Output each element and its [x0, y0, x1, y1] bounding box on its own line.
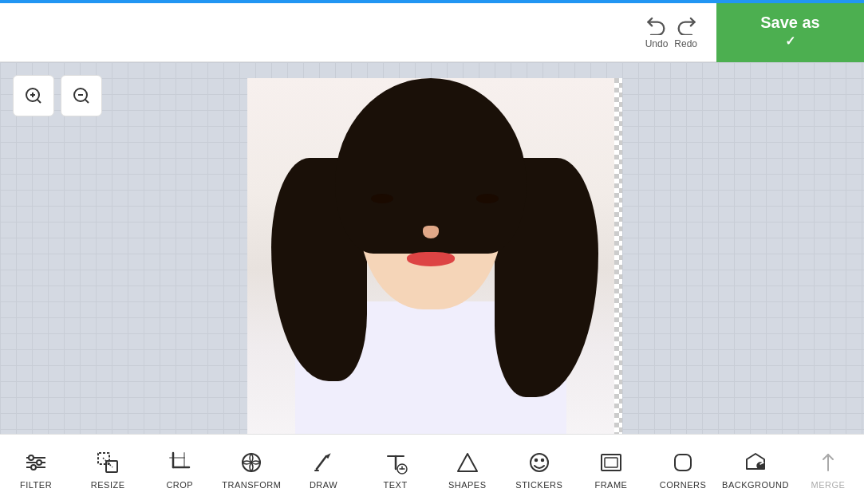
svg-line-1 [37, 100, 41, 103]
crop-label: CROP [166, 480, 193, 490]
main-canvas-area [0, 62, 864, 434]
undo-button[interactable]: Undo [645, 13, 669, 49]
corners-label: CORNERS [660, 480, 707, 490]
svg-line-5 [85, 100, 89, 103]
eye-left [371, 194, 393, 203]
crop-tool[interactable]: CROP [144, 435, 215, 504]
svg-rect-33 [675, 455, 691, 471]
nose [423, 226, 439, 238]
transform-tool[interactable]: TRANSFORM [215, 435, 287, 504]
save-as-chevron-icon: ✓ [785, 33, 795, 49]
text-tool[interactable]: TEXT [360, 435, 432, 504]
zoom-controls [13, 75, 102, 116]
corners-tool[interactable]: CORNERS [647, 435, 719, 504]
shapes-label: SHAPES [448, 480, 487, 490]
redo-button[interactable]: Redo [674, 13, 697, 49]
undo-redo-group: Undo Redo [626, 13, 716, 49]
filter-label: FILTER [20, 480, 52, 490]
progress-bar [0, 0, 864, 3]
canvas-container [247, 78, 622, 434]
save-as-button[interactable]: Save as ✓ [716, 0, 864, 62]
zoom-out-button[interactable] [61, 75, 102, 116]
svg-rect-32 [605, 458, 617, 467]
background-label: BACKGROUND [722, 480, 789, 490]
photo-container[interactable] [247, 78, 614, 434]
redo-label: Redo [674, 38, 697, 49]
resize-label: RESIZE [91, 480, 125, 490]
svg-point-11 [37, 460, 41, 465]
zoom-in-button[interactable] [13, 75, 54, 116]
text-label: TEXT [384, 480, 408, 490]
draw-tool[interactable]: DRAW [287, 435, 359, 504]
svg-point-10 [29, 455, 34, 460]
transform-label: TRANSFORM [222, 480, 281, 490]
merge-label: MERGE [811, 480, 846, 490]
save-as-label: Save as [760, 14, 820, 32]
svg-marker-27 [458, 454, 477, 471]
filter-tool[interactable]: FILTER [0, 435, 72, 504]
svg-point-12 [31, 465, 36, 470]
top-bar: Undo Redo Save as ✓ [0, 0, 864, 62]
draw-label: DRAW [310, 480, 337, 490]
photo-image [247, 78, 614, 434]
frame-tool[interactable]: FRAME [575, 435, 647, 504]
bottom-toolbar: FILTER RESIZE CROP TRANSFORM [0, 434, 864, 504]
shapes-tool[interactable]: SHAPES [432, 435, 503, 504]
frame-label: FRAME [594, 480, 627, 490]
lips [407, 252, 455, 266]
svg-marker-22 [326, 455, 329, 458]
undo-label: Undo [645, 38, 669, 49]
resize-tool[interactable]: RESIZE [72, 435, 144, 504]
stickers-label: STICKERS [515, 480, 562, 490]
background-tool[interactable]: BACKGROUND [719, 435, 792, 504]
eye-right [476, 194, 499, 203]
svg-point-29 [535, 459, 537, 461]
stickers-tool[interactable]: STICKERS [503, 435, 575, 504]
svg-line-15 [103, 458, 112, 467]
merge-tool[interactable]: MERGE [792, 435, 864, 504]
svg-point-30 [541, 459, 543, 461]
svg-line-21 [317, 456, 326, 469]
